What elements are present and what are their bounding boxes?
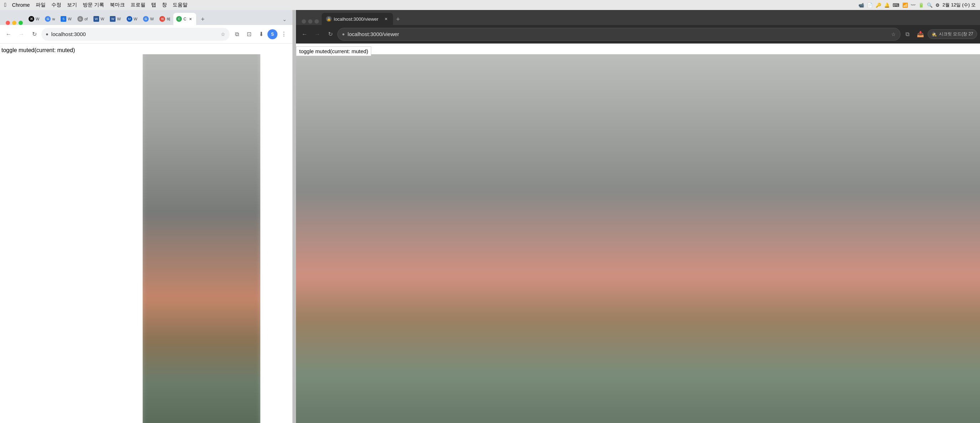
tab-bar-right: 🔒 localhost:3000/viewer ✕ + [296,10,980,25]
back-button[interactable]: ← [3,29,14,40]
extension-icon-right[interactable]: ⧉ [902,29,913,40]
keyboard-icon[interactable]: ⌨ [892,3,899,8]
tab-label-0: W [36,17,39,21]
tab-favicon-3: G [77,16,83,22]
camera-icon[interactable]: 📹 [858,3,864,8]
menubar-view[interactable]: 보기 [67,2,77,8]
video-placeholder-right [296,54,980,423]
menubar-profiles[interactable]: 프로필 [130,2,145,8]
tab-favicon-5: W [110,16,116,22]
close-window-button-right[interactable] [302,19,306,24]
new-tab-button[interactable]: + [197,14,208,24]
address-bar-left[interactable]: ● localhost:3000 ☆ [41,28,230,41]
security-icon: ● [46,32,48,37]
wifi-icon[interactable]: 📶 [902,3,908,8]
tab-label-3: of [84,17,88,21]
secret-mode-icon: 🕵 [932,32,937,37]
chrome-toolbar-right: ← → ↻ ● localhost:3000/viewer ☆ ⧉ 📥 🕵 시크… [296,25,980,43]
tab-viewer[interactable]: 🔒 localhost:3000/viewer ✕ [322,13,393,25]
chrome-toolbar-left: ← → ↻ ● localhost:3000 ☆ ⧉ ⊡ ⬇ S ⋮ [0,25,293,43]
menubar-tabs[interactable]: 탭 [151,2,156,8]
tab-6[interactable]: M W [124,13,140,25]
address-text-right[interactable]: localhost:3000/viewer [348,31,888,37]
window-gap [293,10,296,423]
secret-mode-badge: 🕵 시크릿 모드(창 27 [928,29,977,39]
menubar-edit[interactable]: 수정 [51,2,61,8]
bookmark-icon-right[interactable]: ☆ [891,32,896,37]
more-options-button[interactable]: ⋮ [278,29,290,40]
control-icon[interactable]: ⚙ [935,3,940,8]
doc-icon[interactable]: 📄 [867,3,873,8]
tab-overflow-button[interactable]: ⌄ [280,14,290,24]
profile-avatar[interactable]: S [267,29,277,39]
page-content-left: toggle muted(current: muted) [0,43,293,423]
tab-favicon-4: W [94,16,99,22]
address-text-left[interactable]: localhost:3000 [51,31,218,37]
security-icon-right: ● [342,32,345,37]
traffic-lights-right [299,19,322,24]
reload-button[interactable]: ↻ [29,29,40,40]
wifi-signal-icon[interactable]: 〰 [911,3,915,8]
tab-4[interactable]: W W [91,13,107,25]
tab-label-1: w [52,17,55,21]
tab-close-button-right[interactable]: ✕ [383,16,389,22]
menubar-window[interactable]: 창 [162,2,167,8]
tab-label-active: C [183,17,186,21]
forward-button[interactable]: → [16,29,27,40]
minimize-window-button[interactable] [12,21,16,25]
maximize-window-button-right[interactable] [315,19,319,24]
tab-label-2: W [68,17,71,21]
video-area-left [143,54,260,423]
toolbar-actions-left: ⧉ ⊡ ⬇ S ⋮ [231,29,290,40]
download-icon[interactable]: ⬇ [255,29,267,40]
minimize-window-button-right[interactable] [308,19,312,24]
tab-2[interactable]: S W [58,13,74,25]
menubar-chrome[interactable]: Chrome [12,2,30,8]
tab-7[interactable]: G W [140,13,157,25]
menubar-help[interactable]: 도움말 [173,2,188,8]
chrome-window-right: 🔒 localhost:3000/viewer ✕ + ← → ↻ ● loca… [296,10,980,423]
tab-active[interactable]: C C ✕ [173,13,196,25]
tab-label-5: W [117,17,121,21]
extension-icon[interactable]: ⧉ [231,29,242,40]
back-button-right[interactable]: ← [299,29,310,40]
tab-favicon-7: G [143,16,149,22]
bookmark-mgr-icon-right[interactable]: 📥 [915,29,926,40]
datetime-display: 2월 12일 (수) 오 [943,2,976,8]
video-placeholder-left [143,54,260,423]
new-tab-button-right[interactable]: + [393,14,403,24]
tab-bar-left: ⌘ W G w S W G of W W W W M W G W [0,10,293,25]
chrome-window-left: ⌘ W G w S W G of W W W W M W G W [0,10,293,423]
tab-1[interactable]: G w [42,13,58,25]
key-icon[interactable]: 🔑 [875,3,881,8]
secret-mode-label: 시크릿 모드(창 27 [939,31,973,37]
menubar-file[interactable]: 파일 [36,2,46,8]
toggle-muted-button-right[interactable]: toggle muted(current: muted) [296,46,371,56]
tab-label-4: W [100,17,104,21]
tab-0[interactable]: ⌘ W [25,13,42,25]
reload-button-right[interactable]: ↻ [325,29,336,40]
bookmark-icon[interactable]: ☆ [221,32,225,37]
close-window-button[interactable] [6,21,10,25]
tab-3[interactable]: G of [75,13,91,25]
forward-button-right[interactable]: → [312,29,323,40]
tab-label-8: 헤 [167,16,170,22]
tab-favicon-active: C [176,16,182,22]
toggle-muted-button-left[interactable]: toggle muted(current: muted) [0,46,76,54]
search-icon[interactable]: 🔍 [927,3,932,8]
tab-favicon-1: G [45,16,51,22]
battery-icon[interactable]: 🔋 [918,3,924,8]
cast-icon[interactable]: ⊡ [243,29,255,40]
address-bar-right[interactable]: ● localhost:3000/viewer ☆ [337,28,900,41]
tab-label-viewer: localhost:3000/viewer [334,16,379,22]
apple-menu[interactable]:  [4,2,6,8]
menubar-history[interactable]: 방문 기록 [83,2,104,8]
tab-5[interactable]: W W [107,13,123,25]
bell-icon[interactable]: 🔔 [884,3,890,8]
traffic-lights-left [3,21,25,25]
tab-favicon-0: ⌘ [29,16,34,22]
tab-8[interactable]: 헤 헤 [157,13,173,25]
tab-close-button[interactable]: ✕ [188,16,193,22]
menubar-bookmarks[interactable]: 북마크 [110,2,125,8]
maximize-window-button[interactable] [19,21,23,25]
